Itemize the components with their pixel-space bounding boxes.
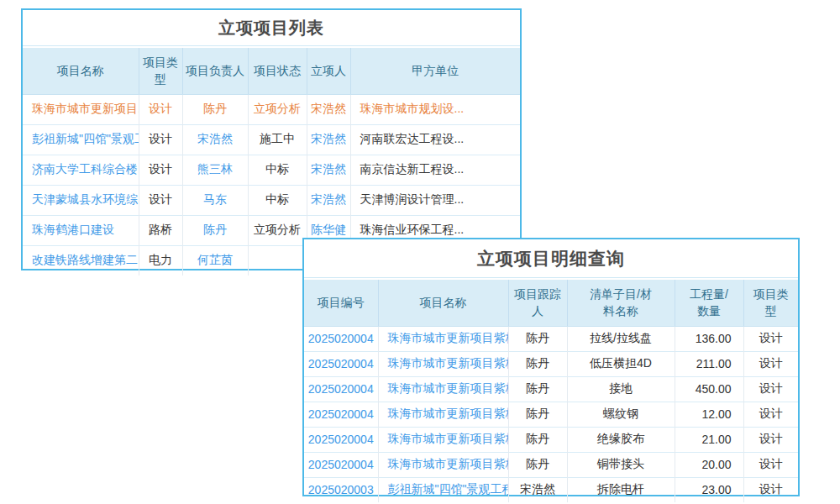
project-detail-title: 立项项目明细查询 bbox=[304, 239, 798, 278]
project-manager-link[interactable]: 陈丹 bbox=[182, 94, 248, 124]
project-type: 设计 bbox=[139, 185, 182, 215]
initiator-link[interactable]: 宋浩然 bbox=[307, 155, 350, 185]
table-row[interactable]: 济南大学工科综合楼... 设计 熊三林 中标 宋浩然 南京信达新工程设... bbox=[23, 155, 520, 185]
project-code-link[interactable]: 2025020004 bbox=[304, 402, 378, 427]
col-project-manager: 项目负责人 bbox=[182, 48, 248, 94]
table-row[interactable]: 2025020004 珠海市城市更新项目紫桐 陈丹 螺纹钢 12.00 设计 bbox=[304, 402, 798, 427]
material-name: 拉线/拉线盘 bbox=[567, 326, 675, 351]
project-name-link[interactable]: 珠海市城市更新项目紫桐 bbox=[378, 326, 508, 351]
material-name: 拆除电杆 bbox=[567, 477, 675, 502]
table-row[interactable]: 2025020004 珠海市城市更新项目紫桐 陈丹 铜带接头 20.00 设计 bbox=[304, 452, 798, 477]
material-name: 绝缘胶布 bbox=[567, 427, 675, 452]
client-unit: 南京信达新工程设... bbox=[350, 155, 520, 185]
project-name-link[interactable]: 珠海市城市更新项目紫桐 bbox=[378, 351, 508, 376]
project-tracker: 陈丹 bbox=[508, 402, 567, 427]
table-row[interactable]: 彭祖新城"四馆"景观工... 设计 宋浩然 施工中 宋浩然 河南联宏达工程设..… bbox=[23, 124, 520, 155]
client-unit: 天津博润设计管理... bbox=[350, 185, 520, 215]
table-row[interactable]: 2025020004 珠海市城市更新项目紫桐 陈丹 拉线/拉线盘 136.00 … bbox=[304, 326, 798, 351]
project-name-link[interactable]: 彭祖新城"四馆"景观工程 bbox=[378, 477, 508, 502]
project-manager-link[interactable]: 宋浩然 bbox=[182, 124, 248, 155]
project-tracker: 陈丹 bbox=[508, 427, 567, 452]
project-manager-link[interactable]: 马东 bbox=[182, 185, 248, 215]
project-type: 设计 bbox=[139, 155, 182, 185]
project-type: 设计 bbox=[743, 376, 798, 402]
project-name-link[interactable]: 珠海市城市更新项目紫桐 bbox=[378, 376, 508, 402]
col-project-name: 项目名称 bbox=[23, 48, 139, 94]
project-name-link[interactable]: 珠海市城市更新项目紫桐 bbox=[378, 402, 508, 427]
project-type: 设计 bbox=[743, 477, 798, 502]
project-detail-panel: 立项项目明细查询 项目编号 项目名称 项目跟踪 人 清单子目/材 料名称 工程量… bbox=[302, 238, 800, 496]
project-detail-table: 项目编号 项目名称 项目跟踪 人 清单子目/材 料名称 工程量/ 数量 项目类 … bbox=[304, 280, 798, 502]
col-project-code: 项目编号 bbox=[304, 280, 378, 326]
project-code-link[interactable]: 2025020004 bbox=[304, 376, 378, 402]
project-type: 设计 bbox=[743, 351, 798, 376]
project-list-title: 立项项目列表 bbox=[23, 10, 520, 46]
project-name-link[interactable]: 珠海市城市更新项目紫桐 bbox=[378, 452, 508, 477]
project-type: 设计 bbox=[743, 452, 798, 477]
project-type: 设计 bbox=[743, 427, 798, 452]
initiator-link[interactable]: 宋浩然 bbox=[307, 94, 350, 124]
initiator-link[interactable]: 宋浩然 bbox=[307, 185, 350, 215]
project-manager-link[interactable]: 何芷茵 bbox=[182, 245, 248, 276]
table-row[interactable]: 珠海市城市更新项目... 设计 陈丹 立项分析 宋浩然 珠海市城市规划设... bbox=[23, 94, 520, 124]
project-status: 中标 bbox=[248, 185, 307, 215]
project-code-link[interactable]: 2025020004 bbox=[304, 326, 378, 351]
table-row[interactable]: 2025020004 珠海市城市更新项目紫桐 陈丹 绝缘胶布 21.00 设计 bbox=[304, 427, 798, 452]
project-tracker: 宋浩然 bbox=[508, 477, 567, 502]
project-manager-link[interactable]: 熊三林 bbox=[182, 155, 248, 185]
project-type: 路桥 bbox=[139, 215, 182, 245]
project-tracker: 陈丹 bbox=[508, 452, 567, 477]
project-name-link[interactable]: 彭祖新城"四馆"景观工... bbox=[23, 124, 139, 155]
project-list-panel: 立项项目列表 项目名称 项目类 型 项目负责人 项目状态 立项人 甲方单位 珠海… bbox=[21, 8, 522, 270]
initiator-link[interactable]: 宋浩然 bbox=[307, 124, 350, 155]
project-type: 设计 bbox=[743, 326, 798, 351]
table-row[interactable]: 2025020004 珠海市城市更新项目紫桐 陈丹 低压横担4D 211.00 … bbox=[304, 351, 798, 376]
project-name-link[interactable]: 济南大学工科综合楼... bbox=[23, 155, 139, 185]
project-tracker: 陈丹 bbox=[508, 351, 567, 376]
project-status: 中标 bbox=[248, 155, 307, 185]
project-code-link[interactable]: 2025020004 bbox=[304, 427, 378, 452]
project-type: 电力 bbox=[139, 245, 182, 276]
table-row[interactable]: 2025020003 彭祖新城"四馆"景观工程 宋浩然 拆除电杆 23.00 设… bbox=[304, 477, 798, 502]
project-type: 设计 bbox=[139, 124, 182, 155]
material-name: 铜带接头 bbox=[567, 452, 675, 477]
table-row[interactable]: 2025020004 珠海市城市更新项目紫桐 陈丹 接地 450.00 设计 bbox=[304, 376, 798, 402]
project-status bbox=[248, 245, 307, 276]
material-name: 螺纹钢 bbox=[567, 402, 675, 427]
material-name: 接地 bbox=[567, 376, 675, 402]
col-project-name: 项目名称 bbox=[378, 280, 508, 326]
project-code-link[interactable]: 2025020004 bbox=[304, 452, 378, 477]
col-project-type: 项目类 型 bbox=[139, 48, 182, 94]
project-type: 设计 bbox=[743, 402, 798, 427]
project-type: 设计 bbox=[139, 94, 182, 124]
quantity-value: 23.00 bbox=[675, 477, 743, 502]
col-project-type: 项目类 型 bbox=[743, 280, 798, 326]
project-name-link[interactable]: 天津蒙城县水环境综... bbox=[23, 185, 139, 215]
project-status: 施工中 bbox=[248, 124, 307, 155]
project-name-link[interactable]: 珠海市城市更新项目紫桐 bbox=[378, 427, 508, 452]
col-client-unit: 甲方单位 bbox=[350, 48, 520, 94]
project-detail-header-row: 项目编号 项目名称 项目跟踪 人 清单子目/材 料名称 工程量/ 数量 项目类 … bbox=[304, 280, 798, 326]
project-tracker: 陈丹 bbox=[508, 326, 567, 351]
quantity-value: 211.00 bbox=[675, 351, 743, 376]
project-name-link[interactable]: 珠海市城市更新项目... bbox=[23, 94, 139, 124]
project-list-header-row: 项目名称 项目类 型 项目负责人 项目状态 立项人 甲方单位 bbox=[23, 48, 520, 94]
quantity-value: 12.00 bbox=[675, 402, 743, 427]
quantity-value: 450.00 bbox=[675, 376, 743, 402]
project-name-link[interactable]: 改建铁路线增建第二... bbox=[23, 245, 139, 276]
table-row[interactable]: 天津蒙城县水环境综... 设计 马东 中标 宋浩然 天津博润设计管理... bbox=[23, 185, 520, 215]
col-quantity: 工程量/ 数量 bbox=[675, 280, 743, 326]
project-tracker: 陈丹 bbox=[508, 376, 567, 402]
col-material-name: 清单子目/材 料名称 bbox=[567, 280, 675, 326]
quantity-value: 136.00 bbox=[675, 326, 743, 351]
project-code-link[interactable]: 2025020003 bbox=[304, 477, 378, 502]
project-manager-link[interactable]: 陈丹 bbox=[182, 215, 248, 245]
quantity-value: 20.00 bbox=[675, 452, 743, 477]
project-name-link[interactable]: 珠海鹤港口建设 bbox=[23, 215, 139, 245]
quantity-value: 21.00 bbox=[675, 427, 743, 452]
material-name: 低压横担4D bbox=[567, 351, 675, 376]
col-initiator: 立项人 bbox=[307, 48, 350, 94]
client-unit: 珠海市城市规划设... bbox=[350, 94, 520, 124]
col-project-tracker: 项目跟踪 人 bbox=[508, 280, 567, 326]
project-code-link[interactable]: 2025020004 bbox=[304, 351, 378, 376]
